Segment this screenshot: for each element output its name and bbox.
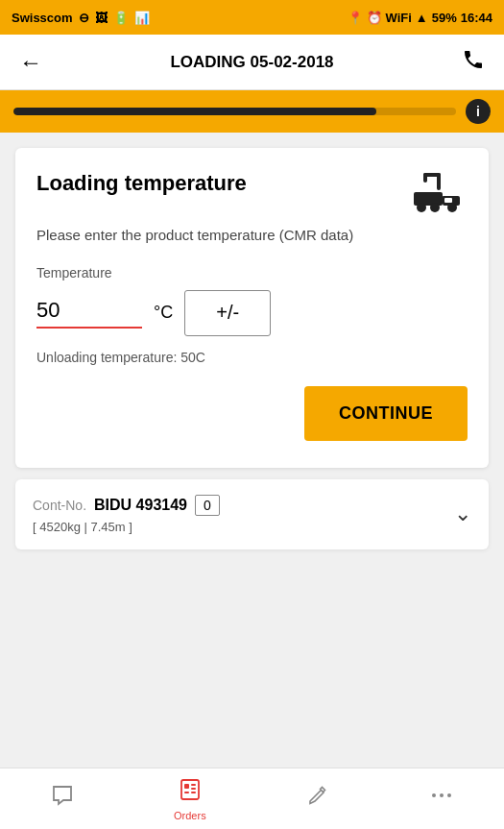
- button-row: CONTINUE: [36, 386, 468, 441]
- clock-icon: ⏰: [367, 11, 382, 25]
- svg-point-8: [447, 203, 457, 212]
- container-info-left: Cont-No. BIDU 493149 0 [ 4520kg | 7.45m …: [33, 495, 220, 534]
- svg-point-7: [430, 203, 440, 212]
- more-dots-icon: [429, 783, 454, 814]
- svg-point-6: [417, 203, 426, 212]
- wifi-icon: WiFi: [386, 11, 412, 25]
- card-title: Loading temperature: [36, 171, 410, 196]
- nav-item-edit[interactable]: [288, 777, 348, 821]
- svg-rect-12: [184, 792, 189, 793]
- nav-item-orders-label: Orders: [174, 810, 206, 821]
- svg-rect-2: [423, 173, 427, 183]
- chart-icon: 📊: [134, 11, 150, 25]
- temperature-input[interactable]: [36, 298, 142, 329]
- signal-icon: ▲: [416, 11, 428, 25]
- svg-point-18: [447, 793, 451, 797]
- container-details: [ 4520kg | 7.45m ]: [33, 520, 220, 534]
- info-button[interactable]: i: [466, 99, 491, 124]
- card-header: Loading temperature: [36, 171, 468, 215]
- battery-label: 59%: [432, 11, 457, 25]
- edit-pencil-icon: [305, 783, 330, 814]
- nav-item-chat[interactable]: [33, 777, 92, 821]
- progress-fill: [13, 108, 376, 115]
- truck-icon: [410, 171, 468, 215]
- svg-rect-15: [191, 792, 196, 793]
- continue-button[interactable]: CONTINUE: [304, 386, 468, 441]
- status-bar-right: 📍 ⏰ WiFi ▲ 59% 16:44: [348, 11, 492, 25]
- image-icon: 🖼: [95, 11, 108, 25]
- cont-label: Cont-No.: [33, 498, 86, 513]
- temperature-label: Temperature: [36, 265, 468, 280]
- main-content: Loading temperature: [0, 133, 504, 565]
- chevron-down-icon[interactable]: ⌄: [454, 501, 471, 526]
- nav-item-orders[interactable]: Orders: [156, 771, 224, 827]
- progress-track: [13, 108, 456, 115]
- back-button[interactable]: ←: [15, 45, 46, 80]
- svg-rect-3: [414, 192, 443, 206]
- plus-minus-button[interactable]: +/-: [184, 290, 271, 336]
- phone-button[interactable]: [458, 44, 489, 80]
- svg-rect-14: [191, 788, 196, 790]
- temperature-input-row: °C +/-: [36, 290, 468, 336]
- loading-temperature-card: Loading temperature: [15, 148, 489, 468]
- nav-item-more[interactable]: [412, 777, 471, 821]
- svg-point-16: [432, 793, 436, 797]
- status-bar-left: Swisscom ⊖ 🖼 🔋 📊: [12, 11, 150, 25]
- signal-minus-icon: ⊖: [79, 11, 89, 25]
- progress-bar-section: i: [0, 90, 504, 133]
- svg-rect-11: [184, 784, 189, 789]
- svg-rect-13: [191, 784, 196, 786]
- container-id: BIDU 493149: [94, 497, 187, 514]
- battery-plus-icon: 🔋: [113, 11, 129, 25]
- time-label: 16:44: [461, 11, 492, 25]
- nav-title: LOADING 05-02-2018: [170, 53, 333, 72]
- unloading-temperature-label: Unloading temperature: 50C: [36, 350, 468, 365]
- container-info-card[interactable]: Cont-No. BIDU 493149 0 [ 4520kg | 7.45m …: [15, 479, 489, 549]
- orders-list-icon: [178, 777, 203, 808]
- nav-bar: ← LOADING 05-02-2018: [0, 35, 504, 90]
- svg-point-17: [440, 793, 444, 797]
- svg-rect-9: [444, 198, 452, 203]
- chat-bubble-icon: [50, 783, 75, 814]
- card-description: Please enter the product temperature (CM…: [36, 225, 468, 246]
- svg-rect-10: [181, 780, 199, 799]
- carrier-label: Swisscom: [12, 11, 73, 25]
- container-number-row: Cont-No. BIDU 493149 0: [33, 495, 220, 516]
- location-icon: 📍: [348, 11, 363, 25]
- unit-label: °C: [154, 303, 173, 323]
- bottom-nav: Orders: [0, 768, 504, 829]
- container-num-box: 0: [195, 495, 220, 516]
- status-bar: Swisscom ⊖ 🖼 🔋 📊 📍 ⏰ WiFi ▲ 59% 16:44: [0, 0, 504, 35]
